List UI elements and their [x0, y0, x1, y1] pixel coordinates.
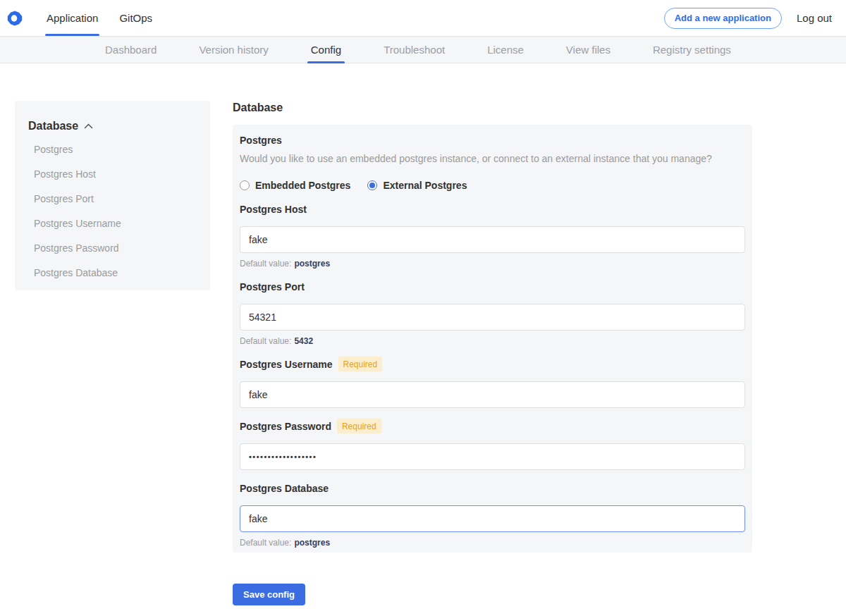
subnav-tab-license[interactable]: License	[487, 37, 524, 63]
topbar-right: Add a new application Log out	[664, 8, 846, 29]
subnav-tab-version-history[interactable]: Version history	[199, 37, 268, 63]
field-label-postgres-database: Postgres Database	[240, 483, 329, 494]
input-postgres-port[interactable]	[240, 304, 745, 331]
radio-label: Embedded Postgres	[255, 180, 350, 191]
postgres-section-description: Would you like to use an embedded postgr…	[240, 153, 745, 164]
postgres-radio-group: Embedded PostgresExternal Postgres	[240, 180, 745, 191]
input-postgres-username[interactable]	[240, 381, 745, 408]
top-tabs: ApplicationGitOps	[47, 0, 173, 36]
app-subnav: DashboardVersion historyConfigTroublesho…	[0, 36, 846, 63]
radio-unselected-icon[interactable]	[240, 180, 250, 190]
required-badge: Required	[337, 419, 381, 433]
field-label-postgres-password: Postgres Password	[240, 421, 331, 432]
sidebar-group-label: Database	[28, 120, 78, 133]
postgres-section-label: Postgres	[240, 135, 745, 146]
add-application-button[interactable]: Add a new application	[664, 8, 782, 29]
field-label-postgres-host: Postgres Host	[240, 204, 307, 215]
sidebar-item-postgres-username[interactable]: Postgres Username	[34, 218, 197, 228]
subnav-tab-troubleshoot[interactable]: Troubleshoot	[384, 37, 445, 63]
field-postgres-host: Postgres HostDefault value:postgres	[240, 204, 745, 269]
sidebar-item-postgres-database[interactable]: Postgres Database	[34, 268, 197, 278]
chevron-up-icon	[84, 123, 93, 129]
subnav-tab-config[interactable]: Config	[311, 37, 341, 63]
subnav-tab-dashboard[interactable]: Dashboard	[105, 37, 157, 63]
input-postgres-password[interactable]	[240, 443, 745, 470]
default-value-note: Default value:postgres	[240, 538, 745, 548]
group-title: Database	[233, 101, 752, 114]
radio-label: External Postgres	[383, 180, 467, 191]
input-postgres-host[interactable]	[240, 226, 745, 253]
logout-link[interactable]: Log out	[797, 12, 832, 24]
config-content: Database Postgres Would you like to use …	[233, 101, 752, 605]
config-sidebar: Database PostgresPostgres HostPostgres P…	[15, 101, 210, 290]
config-group-box: Postgres Would you like to use an embedd…	[233, 125, 752, 553]
input-postgres-database[interactable]	[240, 505, 745, 532]
field-postgres-port: Postgres PortDefault value:5432	[240, 281, 745, 346]
field-label-postgres-port: Postgres Port	[240, 281, 305, 292]
top-tab-gitops[interactable]: GitOps	[119, 0, 152, 36]
main-area: Database PostgresPostgres HostPostgres P…	[0, 101, 846, 605]
subnav-tab-view-files[interactable]: View files	[566, 37, 611, 63]
field-label-postgres-username: Postgres Username	[240, 359, 333, 370]
topbar: ApplicationGitOps Add a new application …	[0, 0, 846, 36]
default-value-note: Default value:5432	[240, 336, 745, 346]
radio-selected-icon[interactable]	[367, 180, 377, 190]
radio-option-embedded-postgres[interactable]: Embedded Postgres	[240, 180, 350, 191]
required-badge: Required	[338, 357, 383, 371]
sidebar-item-postgres-password[interactable]: Postgres Password	[34, 243, 197, 253]
save-config-button[interactable]: Save config	[233, 584, 305, 605]
top-tab-application[interactable]: Application	[47, 0, 98, 36]
sidebar-group-database[interactable]: Database	[28, 120, 197, 133]
field-postgres-database: Postgres DatabaseDefault value:postgres	[240, 483, 745, 548]
sidebar-items: PostgresPostgres HostPostgres PortPostgr…	[28, 144, 197, 278]
replicated-logo-icon[interactable]	[7, 11, 23, 26]
sidebar-item-postgres-host[interactable]: Postgres Host	[34, 169, 197, 179]
field-postgres-password: Postgres PasswordRequired	[240, 421, 745, 470]
default-value-note: Default value:postgres	[240, 259, 745, 269]
subnav-tab-registry-settings[interactable]: Registry settings	[653, 37, 731, 63]
sidebar-item-postgres-port[interactable]: Postgres Port	[34, 194, 197, 204]
field-postgres-username: Postgres UsernameRequired	[240, 359, 745, 408]
radio-option-external-postgres[interactable]: External Postgres	[367, 180, 467, 191]
sidebar-item-postgres[interactable]: Postgres	[34, 144, 197, 154]
